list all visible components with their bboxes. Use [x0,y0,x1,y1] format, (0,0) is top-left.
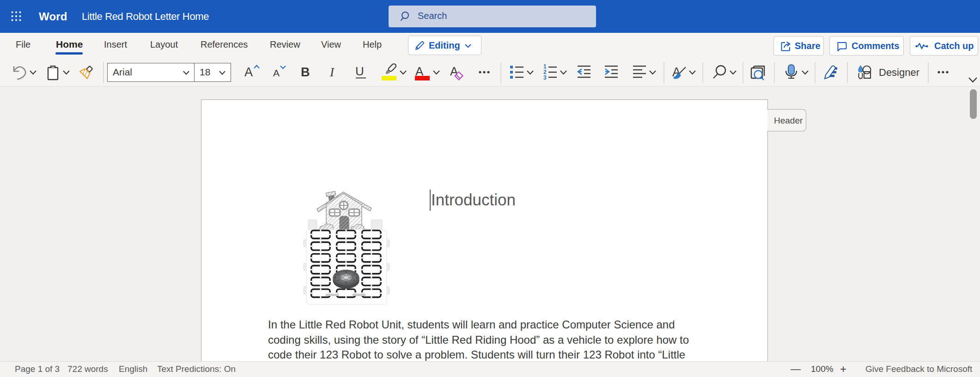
svg-text:3: 3 [543,74,547,81]
svg-text:B: B [301,65,310,79]
svg-text:Designer: Designer [879,67,919,78]
svg-text:U: U [355,64,364,78]
svg-text:A: A [244,65,253,79]
svg-text:A: A [273,68,280,78]
svg-text:I: I [329,65,335,79]
